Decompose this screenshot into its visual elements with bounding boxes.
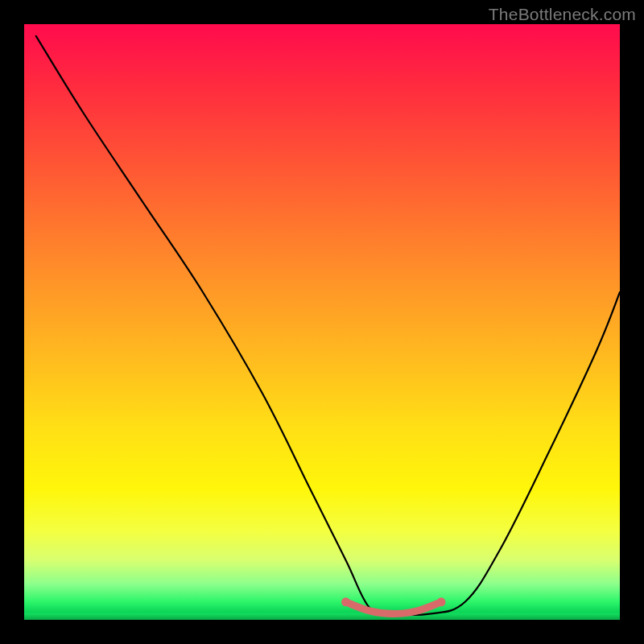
optimal-flat-dot bbox=[341, 597, 350, 606]
optimal-flat-region bbox=[346, 602, 441, 614]
chart-canvas: TheBottleneck.com bbox=[0, 0, 644, 644]
plot-area bbox=[24, 24, 620, 620]
bottleneck-curve bbox=[36, 36, 620, 615]
curve-svg bbox=[24, 24, 620, 620]
optimal-flat-dot bbox=[437, 597, 446, 606]
watermark-text: TheBottleneck.com bbox=[489, 5, 636, 24]
